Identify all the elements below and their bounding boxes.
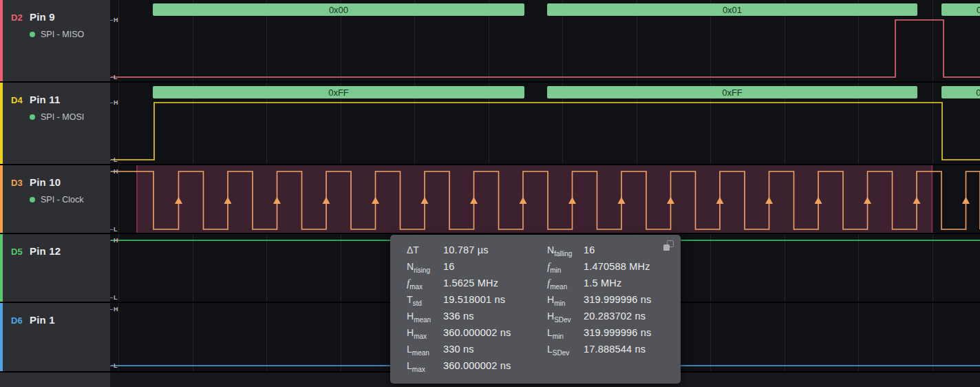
measurement-label: HSDev bbox=[547, 311, 584, 322]
channel-header-d4[interactable]: D4Pin 11SPI - MOSI bbox=[0, 83, 110, 164]
channel-color-stripe bbox=[0, 0, 3, 81]
measurement-value: 16 bbox=[443, 261, 455, 272]
rising-edge-arrow bbox=[421, 197, 429, 204]
rising-edge-arrow bbox=[323, 197, 330, 204]
level-tick bbox=[110, 171, 113, 172]
measurement-label: fmin bbox=[547, 261, 584, 273]
channel-name-label: Pin 9 bbox=[30, 11, 55, 23]
rising-edge-arrow bbox=[372, 197, 379, 204]
measurement-value: 319.999996 ns bbox=[584, 327, 652, 338]
measurement-label-subscript: mean bbox=[550, 282, 567, 290]
waveform-d4 bbox=[110, 83, 980, 164]
measurement-value: 330 ns bbox=[443, 344, 474, 355]
measurement-row: fmean1.5 MHz bbox=[547, 275, 652, 291]
measurement-value: 20.283702 ns bbox=[584, 311, 646, 322]
measurement-label-base: H bbox=[407, 327, 414, 338]
high-level-label: H bbox=[114, 168, 118, 175]
measurement-value: 19.518001 ns bbox=[443, 294, 505, 305]
measurement-value: 1.470588 MHz bbox=[584, 261, 650, 272]
measurement-value: 1.5625 MHz bbox=[443, 278, 498, 289]
measurement-row: Hmin319.999996 ns bbox=[547, 291, 652, 308]
level-tick bbox=[110, 77, 113, 78]
measurement-row: Nfalling16 bbox=[547, 242, 652, 258]
measurement-value: 17.888544 ns bbox=[584, 344, 646, 355]
low-level-label: L bbox=[114, 294, 118, 301]
channel-color-stripe bbox=[0, 165, 3, 233]
analyzer-name-label: SPI - MOSI bbox=[41, 112, 84, 122]
measurement-label: LSDev bbox=[547, 344, 584, 355]
high-level-label: H bbox=[114, 237, 118, 244]
channel-id-label: D3 bbox=[11, 178, 23, 188]
channel-id-label: D2 bbox=[11, 12, 23, 23]
measurement-tooltip: ΔT10.787 µsNrising16fmax1.5625 MHzTstd19… bbox=[390, 235, 681, 384]
rising-edge-arrow bbox=[568, 197, 576, 204]
low-level-label: L bbox=[114, 74, 118, 81]
channel-id-label: D5 bbox=[11, 247, 23, 257]
copy-icon[interactable] bbox=[663, 240, 674, 251]
analyzer-row: SPI - MOSI bbox=[30, 112, 84, 122]
measurement-value: 360.000002 ns bbox=[443, 360, 511, 371]
measurement-label-base: N bbox=[407, 261, 414, 272]
measurement-row: fmax1.5625 MHz bbox=[407, 275, 547, 291]
measurement-label: Lmean bbox=[407, 344, 443, 355]
channel-name-label: Pin 10 bbox=[30, 176, 61, 188]
channel-row-d4: D4Pin 11SPI - MOSI0xFF0xFF0xFFHL bbox=[0, 83, 980, 165]
measurement-label: fmax bbox=[407, 278, 443, 289]
level-tick bbox=[110, 20, 113, 21]
measurement-label-subscript: min bbox=[554, 300, 565, 307]
measurement-row: Hmean336 ns bbox=[407, 308, 547, 324]
high-level-label: H bbox=[114, 17, 118, 23]
measurement-label-base: ΔT bbox=[407, 244, 419, 255]
channel-color-stripe bbox=[0, 83, 3, 164]
waveform-plot-d4[interactable]: 0xFF0xFF0xFFHL bbox=[110, 83, 980, 164]
rising-edge-arrow bbox=[520, 197, 527, 204]
channel-color-stripe bbox=[0, 303, 3, 371]
channel-header-d5[interactable]: D5Pin 12 bbox=[0, 234, 110, 302]
level-tick bbox=[110, 309, 113, 310]
measurement-row: LSDev17.888544 ns bbox=[547, 341, 652, 357]
measurement-label-base: L bbox=[547, 344, 553, 355]
measurement-label: Lmin bbox=[547, 327, 584, 338]
channel-header-d3[interactable]: D3Pin 10SPI - Clock bbox=[0, 165, 110, 233]
channel-id-label: D4 bbox=[11, 95, 23, 105]
channel-id-label: D6 bbox=[11, 315, 23, 326]
analyzer-name-label: SPI - Clock bbox=[41, 195, 84, 205]
channel-header-d2[interactable]: D2Pin 9SPI - MISO bbox=[0, 0, 110, 81]
rising-edge-arrow bbox=[667, 197, 674, 204]
measurement-label-subscript: mean bbox=[414, 316, 431, 324]
channel-color-stripe bbox=[0, 234, 3, 302]
high-level-label: H bbox=[114, 306, 118, 313]
level-tick bbox=[110, 103, 113, 103]
low-level-label: L bbox=[114, 226, 118, 233]
channel-header-d6[interactable]: D6Pin 1 bbox=[0, 303, 110, 371]
measurement-label-base: H bbox=[407, 311, 414, 322]
measurement-value: 1.5 MHz bbox=[584, 278, 621, 289]
waveform-plot-d2[interactable]: 0x000x010x00HL bbox=[110, 0, 980, 81]
measurement-row: Lmax360.000002 ns bbox=[407, 357, 547, 374]
channel-row-d2: D2Pin 9SPI - MISO0x000x010x00HL bbox=[0, 0, 980, 83]
waveform-plot-d3[interactable]: HL bbox=[110, 165, 980, 233]
measurement-label: Hmean bbox=[407, 311, 443, 322]
rising-edge-arrow bbox=[913, 197, 921, 204]
analyzer-row: SPI - MISO bbox=[30, 30, 84, 39]
measurement-label-subscript: max bbox=[412, 366, 425, 373]
rising-edge-arrow bbox=[815, 197, 822, 204]
measurement-label: Hmax bbox=[407, 327, 443, 338]
measurement-label: fmean bbox=[547, 278, 584, 289]
measurement-value: 319.999996 ns bbox=[584, 294, 652, 305]
measurement-row: Tstd19.518001 ns bbox=[407, 291, 547, 308]
measurement-label: Nrising bbox=[407, 261, 443, 272]
measurement-label-subscript: std bbox=[413, 300, 422, 307]
level-tick bbox=[110, 229, 113, 230]
rising-edge-arrow bbox=[716, 197, 724, 204]
measurement-label-base: N bbox=[547, 244, 554, 255]
measurement-value: 336 ns bbox=[443, 311, 474, 322]
waveform-d2 bbox=[110, 0, 980, 81]
measurement-row: fmin1.470588 MHz bbox=[547, 258, 652, 275]
measurement-label-base: L bbox=[547, 327, 553, 338]
bottom-track-sidebar bbox=[0, 373, 110, 387]
measurement-label-subscript: min bbox=[553, 333, 564, 340]
measurement-row: Lmin319.999996 ns bbox=[547, 324, 652, 341]
rising-edge-arrow bbox=[470, 197, 478, 204]
measurement-row: Nrising16 bbox=[407, 258, 547, 275]
